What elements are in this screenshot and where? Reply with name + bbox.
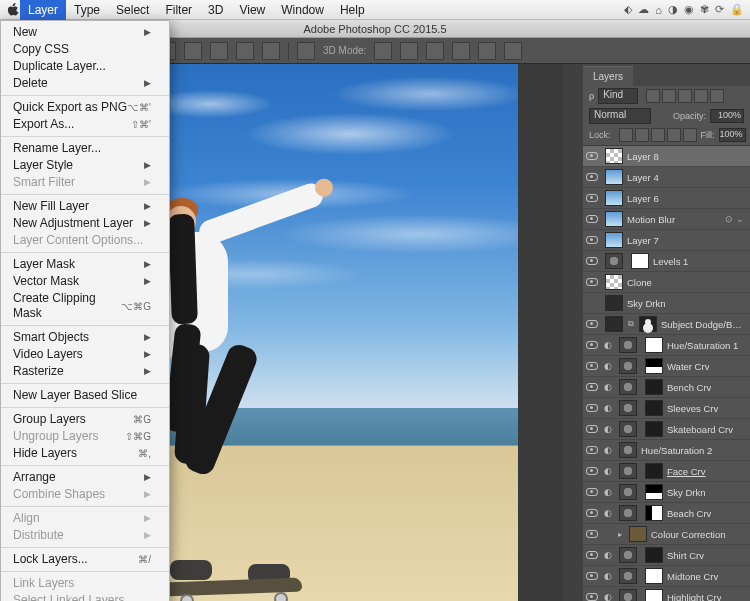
layer-visibility-toggle[interactable] [583,572,601,580]
circle-icon[interactable]: ◉ [684,3,694,16]
menu-item[interactable]: Rasterize▶ [1,363,169,380]
layer-row[interactable]: Clone [583,272,750,293]
layer-row[interactable]: ◐Midtone Crv [583,566,750,587]
layer-visibility-toggle[interactable] [583,173,601,181]
layer-thumbnail[interactable] [605,274,623,290]
layer-thumbnail[interactable] [605,148,623,164]
layer-visibility-toggle[interactable] [583,278,601,286]
3d-btn-1[interactable] [374,42,392,60]
menu-item[interactable]: Create Clipping Mask⌥⌘G [1,290,169,322]
layer-name[interactable]: Bench Crv [667,382,711,393]
filter-shape-icon[interactable] [694,89,708,103]
menu-item[interactable]: Smart Objects▶ [1,329,169,346]
3d-btn-2[interactable] [400,42,418,60]
layer-row[interactable]: ▸Colour Correction [583,524,750,545]
layer-thumbnail[interactable] [605,253,623,269]
layer-visibility-toggle[interactable] [583,383,601,391]
dist-btn-1[interactable] [297,42,315,60]
layer-thumbnail[interactable] [619,400,637,416]
layer-mask-thumbnail[interactable] [645,400,663,416]
layer-visibility-toggle[interactable] [583,593,601,601]
layer-visibility-toggle[interactable] [583,551,601,559]
layer-visibility-toggle[interactable] [583,194,601,202]
layer-row[interactable]: ◐Hue/Saturation 1 [583,335,750,356]
document-canvas[interactable] [170,64,518,601]
layer-row[interactable]: ◐Sky Drkn [583,482,750,503]
layer-visibility-toggle[interactable] [583,509,601,517]
menu-item[interactable]: Duplicate Layer... [1,58,169,75]
align-btn-3[interactable] [184,42,202,60]
layer-name[interactable]: Highlight Crv [667,592,721,602]
sync-icon[interactable]: ⟳ [715,3,724,16]
moon-icon[interactable]: ◑ [668,3,678,16]
menu-item[interactable]: Lock Layers...⌘/ [1,551,169,568]
layers-tab[interactable]: Layers [583,66,633,86]
lock-pixels-icon[interactable] [635,128,649,142]
layer-row[interactable]: Layer 4 [583,167,750,188]
menubar-item-layer[interactable]: Layer [20,0,66,20]
menu-item[interactable]: Hide Layers⌘, [1,445,169,462]
menu-item[interactable]: Export As...⇧⌘' [1,116,169,133]
layer-name[interactable]: Midtone Crv [667,571,718,582]
menu-item[interactable]: Vector Mask▶ [1,273,169,290]
layer-thumbnail[interactable] [619,589,637,601]
opacity-value[interactable]: 100% [710,109,744,123]
layer-name[interactable]: Beach Crv [667,508,711,519]
layer-thumbnail[interactable] [605,190,623,206]
layer-row[interactable]: Motion Blur⊙ ⌄ [583,209,750,230]
layer-visibility-toggle[interactable] [583,425,601,433]
layer-thumbnail[interactable] [619,463,637,479]
layer-row[interactable]: Sky Drkn [583,293,750,314]
layer-mask-thumbnail[interactable] [645,463,663,479]
layer-row[interactable]: Layer 8 [583,146,750,167]
layer-row[interactable]: ◐Beach Crv [583,503,750,524]
home-icon[interactable]: ⌂ [655,4,662,16]
apple-menu-icon[interactable] [6,3,20,17]
layer-mask-thumbnail[interactable] [645,505,663,521]
lock-transparent-icon[interactable] [619,128,633,142]
layer-thumbnail[interactable] [605,316,623,332]
menu-item[interactable]: New Adjustment Layer▶ [1,215,169,232]
layer-mask-thumbnail[interactable] [645,421,663,437]
layer-name[interactable]: Layer 6 [627,193,659,204]
layer-visibility-toggle[interactable] [583,152,601,160]
layer-name[interactable]: Clone [627,277,652,288]
layer-name[interactable]: Colour Correction [651,529,725,540]
layer-mask-thumbnail[interactable] [639,316,657,332]
layer-thumbnail[interactable] [619,358,637,374]
layer-visibility-toggle[interactable] [583,257,601,265]
menubar-item-select[interactable]: Select [108,0,157,20]
layer-mask-thumbnail[interactable] [645,568,663,584]
layer-visibility-toggle[interactable] [583,404,601,412]
layer-name[interactable]: Skateboard Crv [667,424,733,435]
3d-btn-3[interactable] [426,42,444,60]
layer-row[interactable]: ◐Water Crv [583,356,750,377]
layer-row[interactable]: ◐Skateboard Crv [583,419,750,440]
align-btn-5[interactable] [236,42,254,60]
layer-name[interactable]: Sleeves Crv [667,403,718,414]
layer-thumbnail[interactable] [605,211,623,227]
menu-item[interactable]: Rename Layer... [1,140,169,157]
cloud-icon[interactable]: ☁ [638,3,649,16]
layer-thumbnail[interactable] [619,442,637,458]
menu-item[interactable]: Video Layers▶ [1,346,169,363]
layer-mask-thumbnail[interactable] [645,484,663,500]
menu-item[interactable]: Delete▶ [1,75,169,92]
layer-visibility-toggle[interactable] [583,320,601,328]
menu-item[interactable]: New Layer Based Slice [1,387,169,404]
layer-visibility-toggle[interactable] [583,341,601,349]
menu-item[interactable]: New Fill Layer▶ [1,198,169,215]
layer-name[interactable]: Layer 4 [627,172,659,183]
filter-kind-select[interactable]: Kind [598,88,638,104]
layer-row[interactable]: ◐Bench Crv [583,377,750,398]
layer-name[interactable]: Hue/Saturation 1 [667,340,738,351]
layer-visibility-toggle[interactable] [583,530,601,538]
layer-visibility-toggle[interactable] [583,362,601,370]
layer-visibility-toggle[interactable] [583,488,601,496]
layer-row[interactable]: ◐Face Crv [583,461,750,482]
align-btn-4[interactable] [210,42,228,60]
menu-item[interactable]: Quick Export as PNG⌥⌘' [1,99,169,116]
menu-item[interactable]: Layer Mask▶ [1,256,169,273]
layer-row[interactable]: ◐Sleeves Crv [583,398,750,419]
lock-all-icon[interactable] [683,128,697,142]
